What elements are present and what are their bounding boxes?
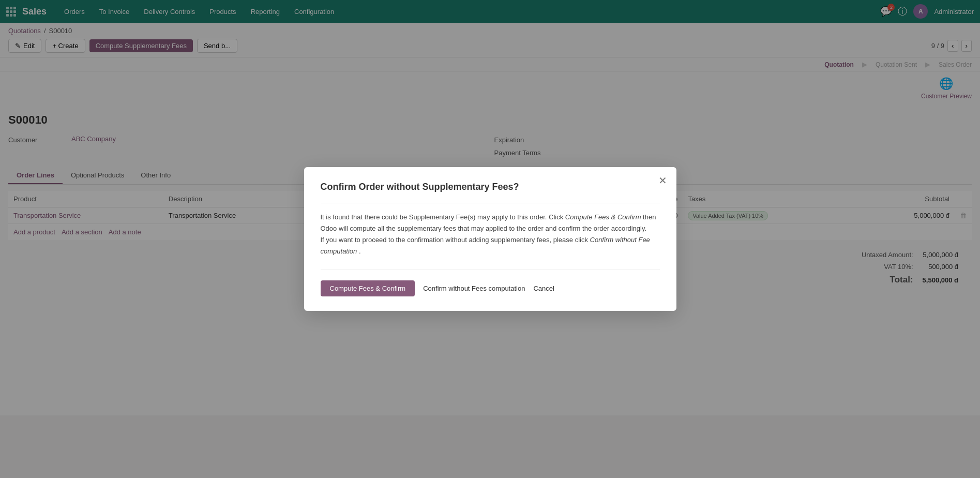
compute-fees-confirm-button[interactable]: Compute Fees & Confirm [321,280,415,296]
modal-overlay[interactable]: Confirm Order without Supplementary Fees… [0,0,980,415]
modal-body-text4: . [357,247,360,255]
cancel-button[interactable]: Cancel [533,285,554,292]
modal-footer: Compute Fees & Confirm Confirm without F… [321,270,660,296]
modal-title: Confirm Order without Supplementary Fees… [321,182,660,192]
modal-body-text1: It is found that there could be Suppleme… [321,213,565,221]
modal-body-paragraph1: It is found that there could be Suppleme… [321,212,660,234]
modal-close-button[interactable]: ✕ [658,174,667,187]
modal-body-text3: If you want to proceed to the confirmati… [321,236,590,244]
modal-body: It is found that there could be Suppleme… [321,212,660,257]
confirm-without-fees-button[interactable]: Confirm without Fees computation [423,285,525,292]
modal: Confirm Order without Supplementary Fees… [304,167,676,311]
modal-divider [321,203,660,203]
modal-body-italic1: Compute Fees & Confirm [565,213,641,221]
modal-body-paragraph2: If you want to proceed to the confirmati… [321,234,660,257]
